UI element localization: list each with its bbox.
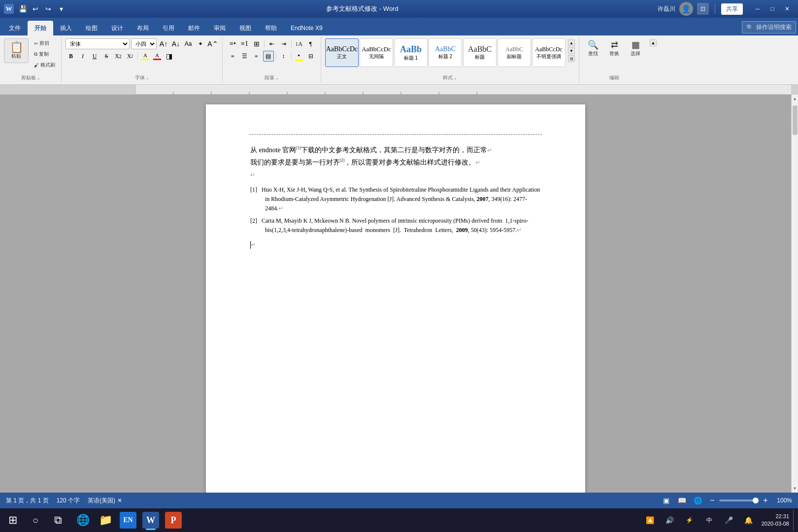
powerpoint-button[interactable]: P [163, 509, 184, 531]
maximize-button[interactable]: □ [765, 2, 779, 16]
zoom-slider[interactable] [719, 499, 759, 501]
zoom-thumb[interactable] [753, 498, 759, 503]
zoom-in-button[interactable]: + [761, 496, 770, 505]
style-normal[interactable]: AaBbCcDc 正文 [325, 38, 359, 67]
search-button[interactable]: ○ [25, 509, 46, 531]
find-button[interactable]: 🔍 查找 [583, 38, 603, 58]
scroll-up-button[interactable]: ▲ [792, 95, 798, 103]
styles-expand-icon[interactable]: ⌄ [454, 76, 457, 80]
customize-qat-button[interactable]: ▾ [55, 3, 67, 15]
mic-icon[interactable]: 🎤 [720, 509, 738, 531]
font-expand-icon[interactable]: ⌄ [146, 76, 149, 80]
change-case-button[interactable]: Aa [183, 38, 194, 49]
bold-button[interactable]: B [66, 51, 76, 62]
shading-button[interactable]: ◨ [164, 51, 174, 62]
tab-refs[interactable]: 引用 [156, 21, 181, 35]
show-formatting-button[interactable]: ¶ [305, 38, 316, 49]
align-center-button[interactable]: ☰ [239, 51, 250, 62]
zoom-out-button[interactable]: − [707, 496, 717, 505]
superscript-button[interactable]: X2 [125, 51, 135, 62]
styles-scroll-down[interactable]: ▼ [568, 47, 575, 54]
font-color-button[interactable]: A [152, 51, 163, 62]
show-desktop-button[interactable] [793, 509, 796, 531]
endnote-button[interactable]: EN [117, 509, 139, 531]
clipboard-expand-icon[interactable]: ⌄ [37, 76, 40, 80]
cut-button[interactable]: ✂ 剪切 [32, 38, 57, 48]
style-emphasis[interactable]: AaBbCcDc 不明显强调 [532, 38, 565, 67]
align-right-button[interactable]: ≡ [251, 51, 262, 62]
styles-scroll-up[interactable]: ▲ [568, 39, 575, 46]
underline-button[interactable]: U [89, 51, 100, 62]
select-button[interactable]: ▦ 选择 [626, 38, 645, 58]
font-grow-button[interactable]: A↑ [158, 38, 169, 49]
maximize-restore-btn[interactable]: ⊡ [697, 3, 709, 15]
minimize-button[interactable]: ─ [751, 2, 765, 16]
save-button[interactable]: 💾 [17, 3, 29, 15]
numbering-button[interactable]: ≡1 [239, 38, 250, 49]
text-highlight-button[interactable]: A [140, 51, 151, 62]
style-subtitle[interactable]: AaBbC 副标题 [498, 38, 531, 67]
paste-button[interactable]: 📋 粘贴 [4, 38, 29, 63]
para-shading-button[interactable]: ▪ [294, 51, 304, 62]
user-avatar[interactable]: 👤 [679, 2, 693, 16]
tab-endnote[interactable]: EndNote X9 [284, 21, 330, 35]
clear-format-button[interactable]: ✦ [195, 38, 206, 49]
font-more-button[interactable]: A⌃ [207, 38, 218, 49]
justify-button[interactable]: ▤ [263, 51, 274, 62]
align-left-button[interactable]: ≡ [228, 51, 238, 62]
decrease-indent-button[interactable]: ⇤ [266, 38, 277, 49]
font-name-select[interactable]: 宋体 [66, 38, 130, 49]
style-no-spacing[interactable]: AaBbCcDc 无间隔 [360, 38, 393, 67]
redo-button[interactable]: ↪ [42, 3, 54, 15]
multilevel-list-button[interactable]: ⊞ [251, 38, 262, 49]
tab-mail[interactable]: 邮件 [181, 21, 207, 35]
scroll-area[interactable]: 从 endnote 官网[1]下载的中文参考文献格式，其第二行是与数字对齐的，而… [0, 95, 798, 493]
vertical-scrollbar[interactable]: ▲ ▼ [791, 95, 798, 493]
word-button[interactable]: W [140, 509, 162, 531]
styles-expand[interactable]: ⊟ [568, 55, 575, 62]
tab-home[interactable]: 开始 [28, 21, 53, 35]
replace-button[interactable]: ⇄ 替换 [604, 38, 624, 58]
search-box[interactable]: 🔍 操作说明搜索 [742, 21, 796, 33]
para-expand-icon[interactable]: ⌄ [275, 76, 279, 80]
zoom-percentage[interactable]: 100% [772, 497, 792, 504]
tab-draw[interactable]: 绘图 [79, 21, 104, 35]
tab-review[interactable]: 审阅 [207, 21, 233, 35]
task-view-button[interactable]: ⧉ [47, 509, 69, 531]
volume-icon[interactable]: 🔊 [661, 509, 679, 531]
tab-view[interactable]: 视图 [233, 21, 258, 35]
tab-layout[interactable]: 布局 [130, 21, 156, 35]
word-count[interactable]: 120 个字 [57, 497, 80, 505]
borders-button[interactable]: ⊟ [305, 51, 316, 62]
increase-indent-button[interactable]: ⇥ [278, 38, 289, 49]
share-button[interactable]: 共享 [721, 3, 743, 15]
undo-button[interactable]: ↩ [30, 3, 41, 15]
scroll-down-button[interactable]: ▼ [792, 484, 798, 493]
tab-help[interactable]: 帮助 [258, 21, 284, 35]
print-layout-button[interactable]: ▣ [660, 495, 672, 506]
close-button[interactable]: ✕ [780, 2, 794, 16]
style-title[interactable]: AaBbC 标题 [463, 38, 497, 67]
read-mode-button[interactable]: 📖 [676, 495, 688, 506]
sort-button[interactable]: ↕A [294, 38, 304, 49]
web-layout-button[interactable]: 🌐 [692, 495, 703, 506]
lang-close-button[interactable]: ✕ [117, 497, 122, 504]
font-size-select[interactable]: 小四 [131, 38, 157, 49]
clock[interactable]: 22:31 2020-03-08 [760, 512, 791, 529]
collapse-ribbon-button[interactable]: ▲ [650, 39, 657, 46]
scroll-thumb[interactable] [793, 105, 798, 135]
subscript-button[interactable]: X2 [113, 51, 124, 62]
page-count[interactable]: 第 1 页，共 1 页 [6, 497, 49, 505]
intro-paragraph[interactable]: 从 endnote 官网[1]下载的中文参考文献格式，其第二行是与数字对齐的，而… [250, 144, 541, 181]
cursor-paragraph[interactable]: ↵ [250, 238, 541, 251]
tab-insert[interactable]: 插入 [53, 21, 79, 35]
italic-button[interactable]: I [77, 51, 88, 62]
start-button[interactable]: ⊞ [2, 509, 24, 531]
scroll-track[interactable] [792, 103, 798, 484]
font-shrink-button[interactable]: A↓ [170, 38, 181, 49]
tab-design[interactable]: 设计 [104, 21, 130, 35]
bullets-button[interactable]: ≡• [228, 38, 238, 49]
input-method-icon[interactable]: 中 [700, 509, 718, 531]
battery-icon[interactable]: ⚡ [681, 509, 698, 531]
format-painter-button[interactable]: 🖌 格式刷 [32, 60, 57, 70]
